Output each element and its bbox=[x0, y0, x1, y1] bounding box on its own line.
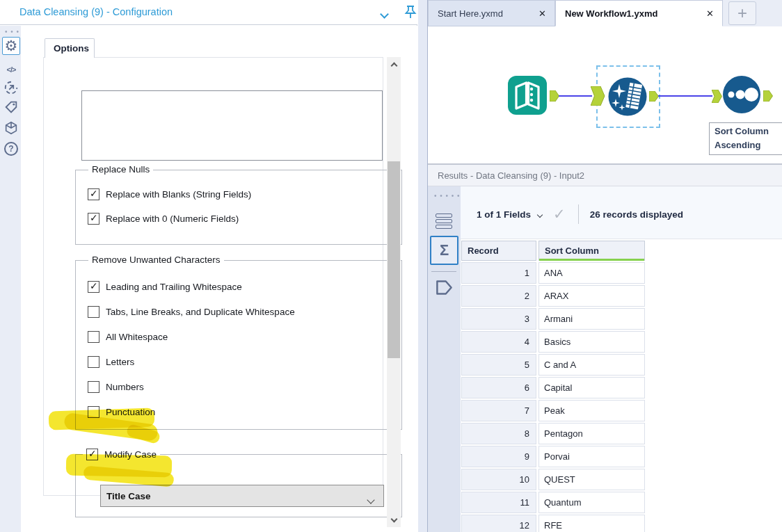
option-label: Replace with 0 (Numeric Fields) bbox=[106, 213, 239, 224]
sort-column-cell[interactable]: Peak bbox=[538, 400, 645, 421]
checkbox[interactable] bbox=[88, 406, 99, 418]
annotation-tag-icon[interactable] bbox=[435, 278, 454, 297]
input-anchor[interactable] bbox=[712, 90, 722, 103]
option-row[interactable]: Punctuation bbox=[88, 405, 401, 419]
sort-column-cell[interactable]: Capital bbox=[538, 377, 645, 398]
table-view-icon[interactable] bbox=[436, 213, 452, 230]
sort-column-cell[interactable]: Quantum bbox=[538, 492, 645, 513]
sort-column-cell[interactable]: Armani bbox=[538, 308, 645, 330]
connection-wire[interactable] bbox=[658, 95, 712, 97]
package-tab-icon[interactable] bbox=[2, 119, 20, 137]
code-tab-icon[interactable]: </> bbox=[2, 61, 20, 79]
panel-divider[interactable] bbox=[418, 0, 427, 532]
checkbox[interactable] bbox=[88, 381, 99, 393]
table-row[interactable]: 9 Porvai bbox=[461, 446, 647, 469]
record-number-cell[interactable]: 12 bbox=[461, 515, 536, 532]
record-number-cell[interactable]: 9 bbox=[461, 446, 536, 467]
record-number-cell[interactable]: 6 bbox=[461, 377, 536, 398]
option-row[interactable]: Numbers bbox=[88, 380, 401, 394]
macro-dots-icon bbox=[722, 75, 761, 114]
close-icon[interactable]: ✕ bbox=[538, 8, 546, 19]
record-number-cell[interactable]: 1 bbox=[461, 262, 536, 284]
checkbox[interactable] bbox=[88, 331, 99, 343]
column-header-record[interactable]: Record bbox=[461, 241, 536, 261]
option-row[interactable]: All Whitespace bbox=[88, 330, 401, 344]
table-row[interactable]: 6 Capital bbox=[461, 377, 647, 400]
sort-column-cell[interactable]: ARAX bbox=[538, 285, 645, 307]
table-row[interactable]: 1 ANA bbox=[461, 262, 647, 285]
tab-options[interactable]: Options bbox=[45, 38, 95, 58]
output-anchor[interactable] bbox=[649, 91, 659, 102]
settings-tab-icon[interactable]: ⚙ bbox=[2, 37, 20, 55]
record-number-cell[interactable]: 7 bbox=[461, 400, 536, 421]
table-row[interactable]: 2 ARAX bbox=[461, 285, 647, 308]
column-header-sort-column[interactable]: Sort Column bbox=[538, 241, 645, 261]
sort-column-cell[interactable]: ANA bbox=[538, 262, 645, 284]
record-number-cell[interactable]: 8 bbox=[461, 423, 536, 444]
table-row[interactable]: 3 Armani bbox=[461, 308, 647, 331]
checkmark-icon[interactable]: ✓ bbox=[553, 206, 566, 223]
checkbox[interactable] bbox=[88, 306, 99, 318]
output-anchor[interactable] bbox=[763, 90, 773, 102]
tool-sort-macro[interactable] bbox=[722, 75, 761, 114]
collapse-chevron-icon[interactable] bbox=[381, 8, 390, 17]
close-icon[interactable]: ✕ bbox=[706, 8, 714, 19]
connection-wire[interactable] bbox=[559, 95, 592, 97]
pin-icon[interactable] bbox=[404, 4, 417, 19]
sort-column-cell[interactable]: QUEST bbox=[538, 469, 645, 490]
tab-start-here[interactable]: Start Here.yxmd ✕ bbox=[428, 0, 555, 26]
option-row[interactable]: Letters bbox=[88, 355, 401, 369]
option-row[interactable]: Tabs, Line Breaks, and Duplicate Whitesp… bbox=[88, 305, 401, 319]
checkbox[interactable] bbox=[88, 281, 99, 293]
sort-column-cell[interactable]: Porvai bbox=[538, 446, 645, 467]
help-tab-icon[interactable]: ? bbox=[2, 140, 20, 158]
input-anchor[interactable] bbox=[591, 86, 605, 106]
table-row[interactable]: 8 Pentagon bbox=[461, 423, 647, 446]
tool-data-cleansing[interactable] bbox=[607, 76, 648, 117]
scroll-down-arrow-icon[interactable] bbox=[387, 513, 401, 527]
workflow-canvas[interactable]: Sort Column Ascending bbox=[428, 26, 782, 164]
tool-input-data[interactable] bbox=[507, 75, 548, 115]
record-number-cell[interactable]: 4 bbox=[461, 331, 536, 353]
checkbox[interactable] bbox=[88, 213, 99, 225]
case-dropdown[interactable]: Title Case bbox=[100, 485, 384, 507]
table-row[interactable]: 5 C and A bbox=[461, 354, 647, 377]
modify-case-checkbox[interactable] bbox=[86, 449, 98, 460]
sort-column-cell[interactable]: Pentagon bbox=[538, 423, 645, 444]
new-tab-button[interactable]: + bbox=[728, 1, 756, 25]
option-row[interactable]: Leading and Trailing Whitespace bbox=[88, 280, 401, 293]
record-number-cell[interactable]: 2 bbox=[461, 285, 536, 307]
option-row[interactable]: Replace with Blanks (String Fields) bbox=[88, 187, 401, 201]
results-body: 1 of 1 Fields ✓ 26 records displayed • •… bbox=[428, 186, 782, 532]
checkbox[interactable] bbox=[88, 188, 99, 200]
config-scrollbar[interactable] bbox=[387, 57, 401, 527]
table-row[interactable]: 11 Quantum bbox=[461, 492, 647, 515]
sort-column-cell[interactable]: RFE bbox=[538, 515, 645, 532]
record-number-cell[interactable]: 3 bbox=[461, 308, 536, 330]
metadata-sigma-icon[interactable]: Σ bbox=[430, 236, 458, 265]
data-cleansing-icon bbox=[607, 76, 648, 117]
option-row[interactable]: Replace with 0 (Numeric Fields) bbox=[88, 211, 401, 225]
table-row[interactable]: 12 RFE bbox=[461, 515, 647, 532]
tool-annotation[interactable]: Sort Column Ascending bbox=[709, 122, 782, 155]
table-row[interactable]: 10 QUEST bbox=[461, 469, 647, 492]
run-tab-icon[interactable] bbox=[2, 79, 20, 97]
fields-selector[interactable]: 1 of 1 Fields bbox=[477, 209, 531, 220]
drag-handle-dots-icon[interactable]: • • • bbox=[5, 28, 19, 35]
table-row[interactable]: 7 Peak bbox=[461, 400, 647, 423]
caret-down-icon[interactable] bbox=[538, 209, 542, 222]
record-number-cell[interactable]: 5 bbox=[461, 354, 536, 376]
sort-column-cell[interactable]: C and A bbox=[538, 354, 645, 376]
annotation-tab-icon[interactable] bbox=[2, 98, 20, 116]
drag-handle-dots-icon[interactable]: • • • • • bbox=[434, 192, 461, 200]
table-row[interactable]: 4 Basics bbox=[461, 331, 647, 354]
checkbox[interactable] bbox=[88, 356, 99, 368]
record-number-cell[interactable]: 11 bbox=[461, 492, 536, 513]
output-anchor[interactable] bbox=[550, 90, 559, 102]
scrollbar-thumb[interactable] bbox=[388, 161, 400, 358]
sort-column-cell[interactable]: Basics bbox=[538, 331, 645, 353]
tab-new-workflow1[interactable]: New Workflow1.yxmd ✕ bbox=[555, 0, 723, 26]
scroll-up-arrow-icon[interactable] bbox=[387, 57, 401, 71]
record-number-cell[interactable]: 10 bbox=[461, 469, 536, 490]
fields-listbox[interactable] bbox=[81, 90, 383, 161]
